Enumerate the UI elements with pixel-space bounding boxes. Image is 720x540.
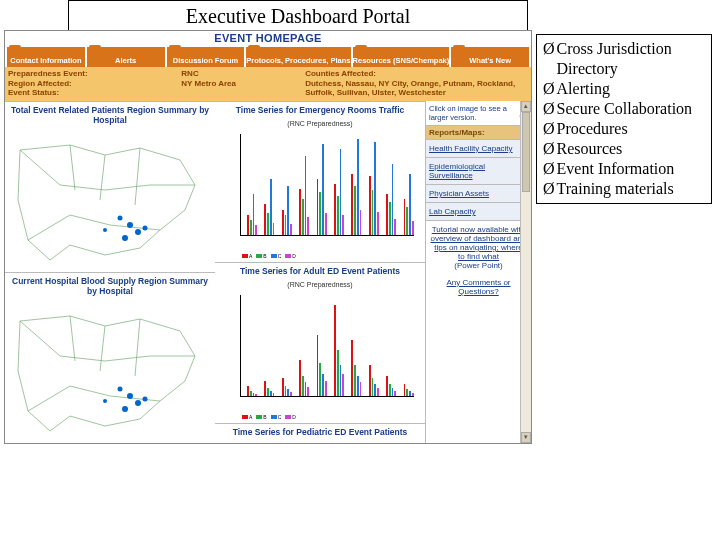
chart-er-traffic[interactable]: (RNC Preparedness) ABCD [220,120,420,260]
side-bullet-item: ØCross Jurisdiction Directory [543,39,705,79]
side-bullet-item: ØResources [543,139,705,159]
prep-event-label: Preparedness Event: [8,69,88,78]
tutorial-note[interactable]: Tutorial now available with overview of … [426,221,531,274]
content-grid: Total Event Related Patients Region Summ… [5,101,531,443]
side-bullet-item: ØAlerting [543,79,705,99]
tab-alerts[interactable]: Alerts [87,47,165,67]
svg-point-6 [127,393,133,399]
status-label: Event Status: [8,88,59,97]
svg-point-1 [135,229,141,235]
counties-value: Dutchess, Nassau, NY City, Orange, Putna… [305,79,528,98]
panel-title-map1: Total Event Related Patients Region Summ… [5,102,215,128]
side-bullet-item: ØTraining materials [543,179,705,199]
chart-subtitle: (RNC Preparedness) [220,120,420,127]
side-bullet-list: ØCross Jurisdiction DirectoryØAlertingØS… [536,34,712,204]
comments-link[interactable]: Any Comments or Questions? [426,274,531,300]
tab-what-s-new[interactable]: What's New [451,47,529,67]
svg-point-5 [103,228,107,232]
event-homepage-header: EVENT HOMEPAGE [5,31,531,47]
scrollbar[interactable]: ▴ ▾ [520,101,531,443]
region-value: NY Metro Area [181,79,236,88]
page-title: Executive Dashboard Portal [68,0,528,33]
svg-point-2 [122,235,128,241]
panel-title-ts3: Time Series for Pediatric ED Event Patie… [215,424,425,440]
panel-title-ts1: Time Series for Emergency Rooms Traffic [215,102,425,118]
svg-point-4 [118,215,123,220]
svg-point-7 [135,400,141,406]
panel-title-map2: Current Hospital Blood Supply Region Sum… [5,273,215,299]
map-blood-supply[interactable] [10,301,210,441]
side-bullet-item: ØEvent Information [543,159,705,179]
svg-point-9 [143,396,148,401]
tab-resources-sns-chempak-[interactable]: Resources (SNS/Chempak) [353,47,450,67]
prep-event-value: RNC [181,69,198,78]
report-link[interactable]: Lab Capacity [426,203,531,221]
reports-maps-header: Reports/Maps: [426,126,531,140]
chart-adult-ed[interactable]: (RNC Preparedness) ABCD [220,281,420,421]
svg-point-11 [103,399,107,403]
side-bullet-item: ØProcedures [543,119,705,139]
svg-point-3 [143,225,148,230]
region-label: Region Affected: [8,79,72,88]
report-link[interactable]: Health Facility Capacity [426,140,531,158]
panel-title-ts2: Time Series for Adult ED Event Patients [215,263,425,279]
svg-point-8 [122,406,128,412]
enlarge-hint: Click on image to see a larger version. … [426,101,531,126]
tab-discussion-forum[interactable]: Discussion Forum [167,47,245,67]
scroll-up-icon[interactable]: ▴ [521,101,531,112]
map-total-patients[interactable] [10,130,210,270]
tab-contact-information[interactable]: Contact Information [7,47,85,67]
nav-tabs: Contact InformationAlertsDiscussion Foru… [5,47,531,67]
dashboard-portal: EVENT HOMEPAGE Contact InformationAlerts… [4,30,532,444]
tab-protocols-procedures-plans[interactable]: Protocols, Procedures, Plans [246,47,350,67]
event-info-bar: Preparedness Event: Region Affected: Eve… [5,67,531,101]
report-link[interactable]: Epidemiological Surveillance [426,158,531,185]
scroll-thumb[interactable] [522,112,530,192]
svg-point-0 [127,222,133,228]
report-link[interactable]: Physician Assets [426,185,531,203]
svg-point-10 [118,386,123,391]
counties-label: Counties Affected: [305,69,376,78]
chart-subtitle: (RNC Preparedness) [220,281,420,288]
scroll-down-icon[interactable]: ▾ [521,432,531,443]
side-bullet-item: ØSecure Collaboration [543,99,705,119]
